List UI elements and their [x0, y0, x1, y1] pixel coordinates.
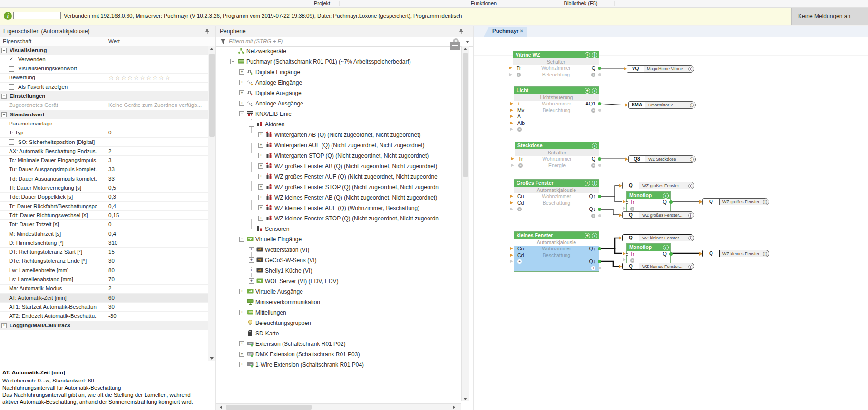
- io-node-q-wz-gro-es-fenster[interactable]: QWZ großes Fenster...i: [702, 198, 769, 205]
- tree-item-wz-kleines-fenster-ab-q-nic[interactable]: +WZ kleines Fenster AB (Q) (Nicht zugeor…: [216, 193, 461, 202]
- block-input-label[interactable]: +: [517, 126, 522, 133]
- tree-item-puchmayr-schaltschrank-r01-p0[interactable]: −Puchmayr (Schaltschrank R01 P01) (~7% A…: [216, 57, 461, 67]
- input-connector[interactable]: [510, 122, 513, 124]
- tab-puchmayr[interactable]: Puchmayr ✕: [484, 27, 527, 37]
- add-output-icon[interactable]: +: [591, 163, 595, 168]
- tree-expander[interactable]: +: [239, 80, 244, 85]
- tree-expander[interactable]: +: [239, 352, 244, 357]
- property-row-tr-dauer-r-ckfahrt-beschattungspo[interactable]: Tr: Dauer Rückfahrt/Beschattungspo...0,4: [0, 202, 208, 211]
- block-input-label[interactable]: Alb: [517, 120, 525, 126]
- section-expander[interactable]: +: [1, 323, 7, 328]
- io-node-q-wz-kleines-fenster[interactable]: QWZ kleines Fenster...i: [702, 250, 769, 257]
- info-icon[interactable]: i: [688, 236, 692, 240]
- pin-icon[interactable]: [204, 28, 211, 35]
- tree-expander[interactable]: −: [239, 237, 244, 242]
- checkbox[interactable]: [9, 139, 14, 145]
- input-connector-dim[interactable]: [511, 164, 514, 167]
- output-connector[interactable]: [669, 200, 673, 204]
- output-connector[interactable]: [598, 67, 601, 70]
- output-connector[interactable]: [598, 157, 601, 161]
- checkbox-checked[interactable]: ✓: [9, 57, 14, 62]
- property-row-lw-lamellenbreite-mm[interactable]: Lw: Lamellenbreite [mm]80: [0, 266, 208, 275]
- info-icon[interactable]: i: [592, 181, 597, 186]
- function-block-monoflop[interactable]: MonoflopiTrQ+: [626, 191, 671, 212]
- property-row-visualisierungskennwort[interactable]: Visualisierungskennwort: [0, 65, 208, 74]
- scrollbar-thumb[interactable]: [226, 405, 312, 410]
- property-row-tdc-dauer-doppelklick-s[interactable]: Tdc: Dauer Doppelklick [s]0,3: [0, 193, 208, 202]
- property-row-tot-dauer-totzeit-s[interactable]: Tot: Dauer Totzeit [s]0: [0, 220, 208, 229]
- function-block-monoflop[interactable]: MonoflopiTrQ+: [626, 243, 671, 264]
- property-value[interactable]: 80: [108, 267, 115, 273]
- tree-item-mitteilungen[interactable]: +LOGMitteilungen: [216, 308, 461, 317]
- filter-dropdown-button[interactable]: [461, 37, 474, 46]
- property-row-als-favorit-anzeigen[interactable]: Als Favorit anzeigen: [0, 83, 208, 92]
- tree-expander[interactable]: +: [258, 184, 263, 190]
- info-icon[interactable]: i: [592, 233, 597, 238]
- block-output-label[interactable]: AQ1: [585, 101, 595, 107]
- output-connector[interactable]: [598, 260, 601, 263]
- output-connector-dim[interactable]: [598, 267, 601, 269]
- info-icon[interactable]: i: [688, 213, 692, 218]
- property-row-td-dauer-ausgangsimpuls-komplet[interactable]: Td: Dauer Ausgangsimpuls komplet...33: [0, 174, 208, 183]
- tree-item-wintergarten-stop-q-nicht-z[interactable]: +Wintergarten STOP (Q) (Nicht zugeordnet…: [216, 151, 461, 161]
- properties-scrollbar[interactable]: [208, 46, 215, 361]
- property-row-m-mindestfahrzeit-s[interactable]: M: Mindestfahrzeit [s]0,4: [0, 229, 208, 238]
- tree-expander[interactable]: +: [258, 132, 263, 137]
- io-node-q-wz-gro-es-fenster[interactable]: QWZ großes Fenster...i: [622, 211, 694, 219]
- add-output-icon[interactable]: +: [591, 266, 595, 270]
- tree-item-wintergarten-ab-q-nicht-zug[interactable]: +Wintergarten AB (Q) (Nicht zugeordnet, …: [216, 130, 461, 140]
- block-output-label[interactable]: Q↑: [589, 193, 595, 200]
- add-input-icon[interactable]: +: [517, 207, 522, 211]
- add-output-icon[interactable]: +: [591, 214, 595, 218]
- property-row-at2-endezeit-automatik-beschattu[interactable]: AT2: Endezeit Automatik-Beschattu...-30: [0, 312, 208, 321]
- property-row-ls-lamellenabstand-mm[interactable]: Ls: Lamellenabstand [mm]70: [0, 276, 208, 285]
- close-icon[interactable]: ✕: [520, 29, 524, 34]
- tree-expander[interactable]: +: [249, 257, 254, 263]
- add-output-icon[interactable]: +: [591, 108, 595, 113]
- block-output-label[interactable]: Q↓: [589, 258, 595, 265]
- tree-item-analoge-eing-nge[interactable]: +Analoge Eingänge: [216, 78, 461, 87]
- property-value[interactable]: 0: [108, 221, 111, 227]
- move-icon[interactable]: +: [585, 233, 590, 238]
- tree-item-extension-schaltschrank-r01-p[interactable]: +ExtExtension (Schaltschrank R01 P02): [216, 339, 461, 349]
- block-output-label[interactable]: +: [591, 162, 595, 169]
- property-row-verwenden[interactable]: ✓Verwenden: [0, 55, 208, 64]
- tree-item-1-wire-extension-schaltschran[interactable]: +1-W1-Wire Extension (Schaltschrank R01 …: [216, 360, 461, 370]
- scroll-down-button[interactable]: [208, 355, 215, 361]
- function-block-steckdose[interactable]: SteckdoseiSchalterTrWohnzimmerQ+Energie+: [515, 142, 599, 169]
- property-value[interactable]: 2: [108, 286, 111, 291]
- property-row-t-typ[interactable]: T: Typ0: [0, 129, 208, 138]
- block-output-label[interactable]: +: [591, 265, 595, 271]
- block-output-label[interactable]: Q: [592, 65, 595, 71]
- tree-expander[interactable]: +: [239, 69, 244, 75]
- tree-expander[interactable]: +: [258, 143, 263, 148]
- output-connector-dim[interactable]: [598, 73, 601, 76]
- block-input-label[interactable]: +: [517, 258, 522, 265]
- output-connector[interactable]: [598, 208, 601, 211]
- tree-item-aktoren[interactable]: −Aktoren: [216, 120, 461, 129]
- property-row-parametervorlage[interactable]: Parametervorlage: [0, 119, 208, 128]
- function-block-vitrine-wz[interactable]: Vitrine WZi+SchalterTrWohnzimmerQ+Beleuc…: [513, 51, 599, 78]
- tree-item-virtuelle-eing-nge[interactable]: −Virtuelle Eingänge: [216, 235, 461, 244]
- block-input-label[interactable]: +: [517, 206, 522, 212]
- input-connector-dim[interactable]: [510, 128, 513, 131]
- io-node-q-wz-kleines-fenster[interactable]: QWZ kleines Fenster...i: [622, 263, 694, 270]
- property-value[interactable]: 33: [108, 176, 115, 181]
- property-value[interactable]: 33: [108, 166, 115, 172]
- block-output-label[interactable]: +: [591, 213, 595, 219]
- info-icon[interactable]: i: [663, 193, 669, 199]
- tree-item-knx-eib-linie[interactable]: −KNX/EIB Linie: [216, 109, 461, 119]
- tree-expander[interactable]: +: [239, 341, 244, 346]
- info-icon[interactable]: i: [688, 67, 692, 71]
- tree-horizontal-scrollbar[interactable]: [216, 403, 461, 410]
- move-icon[interactable]: +: [585, 181, 590, 186]
- scroll-up-button[interactable]: [208, 46, 215, 52]
- property-row-dt-richtungstoleranz-start[interactable]: DT: Richtungstoleranz Start [°]15: [0, 248, 208, 257]
- tree-expander[interactable]: +: [249, 278, 254, 284]
- property-row-tu-dauer-ausgangsimpuls-komplet[interactable]: Tu: Dauer Ausgangsimpuls komplet...33: [0, 165, 208, 174]
- input-connector-dim[interactable]: [510, 208, 513, 210]
- property-row-d-himmelsrichtung[interactable]: D: Himmelsrichtung [°]310: [0, 238, 208, 248]
- pin-icon[interactable]: [458, 28, 465, 35]
- block-output-label[interactable]: Q↑: [589, 246, 595, 252]
- property-value[interactable]: 310: [108, 240, 117, 246]
